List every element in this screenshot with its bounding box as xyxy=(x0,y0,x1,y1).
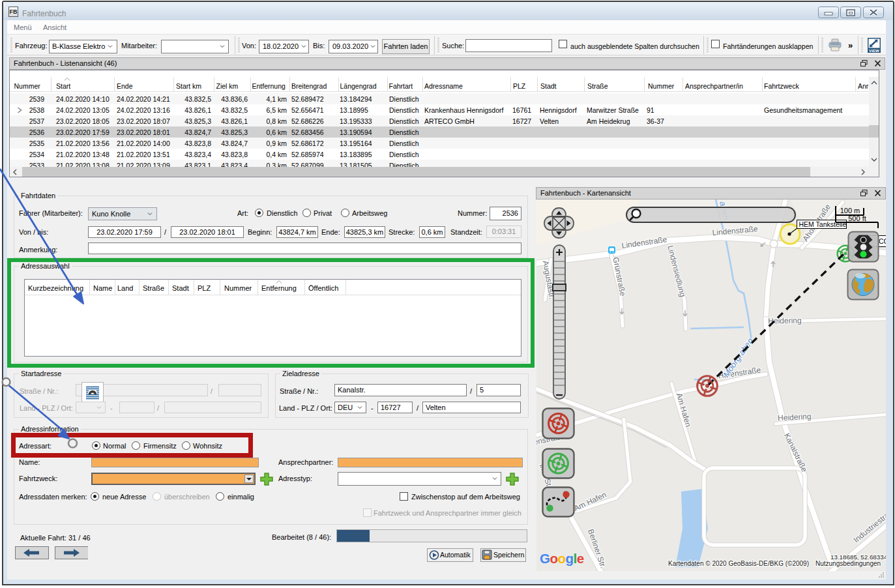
svg-text:VIEW: VIEW xyxy=(869,48,879,53)
svg-text:13.18685, 52.68334: 13.18685, 52.68334 xyxy=(830,553,886,561)
svg-text:Heidering: Heidering xyxy=(768,316,802,326)
svg-text:HEM Tankstelle: HEM Tankstelle xyxy=(799,220,847,228)
svg-text:CO: CO xyxy=(879,237,886,245)
svg-text:500 ft: 500 ft xyxy=(848,214,866,222)
svg-text:100 m: 100 m xyxy=(840,207,860,214)
svg-text:Heidering: Heidering xyxy=(778,412,812,423)
svg-text:Kartendaten © 2020 GeoBasis-DE: Kartendaten © 2020 GeoBasis-DE/BKG (©200… xyxy=(668,560,809,567)
svg-text:Google: Google xyxy=(540,551,584,566)
svg-text:Nutzungsbedingungen: Nutzungsbedingungen xyxy=(815,560,881,567)
svg-text:Automatik: Automatik xyxy=(440,551,471,559)
svg-text:Speichern: Speichern xyxy=(493,551,524,559)
